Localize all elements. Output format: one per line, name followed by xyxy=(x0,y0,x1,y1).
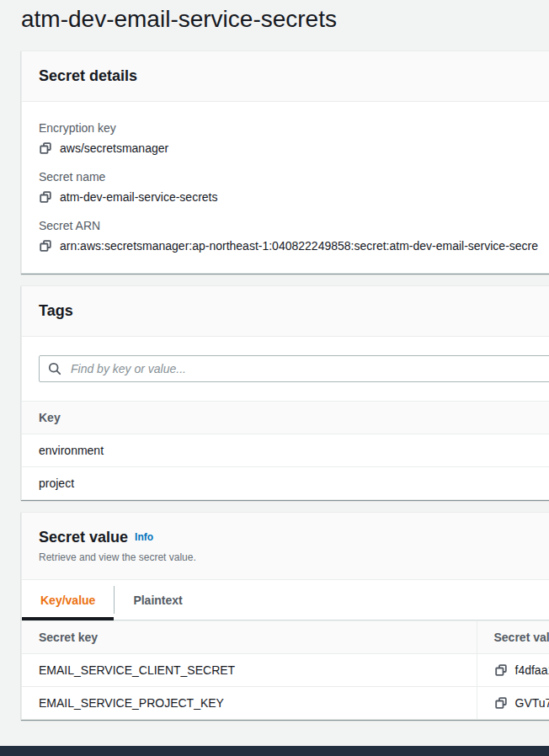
tags-key-column-header: Key xyxy=(22,401,549,434)
copy-icon[interactable] xyxy=(39,190,52,204)
tag-key-cell: project xyxy=(22,466,549,499)
tags-table: Key environment project xyxy=(22,401,549,499)
secret-arn-value: arn:aws:secretsmanager:ap-northeast-1:04… xyxy=(60,239,538,253)
encryption-key-value: aws/secretsmanager xyxy=(60,141,168,155)
tags-card: Tags Key environment project xyxy=(21,285,549,500)
secret-arn-field: Secret ARN arn:aws:secretsmanager:ap-nor… xyxy=(39,218,549,253)
tags-search-area xyxy=(22,337,549,401)
secret-value-header: Secret valueInfo Retrieve and view the s… xyxy=(22,513,549,580)
console-footer-bar xyxy=(0,746,549,756)
secret-key-column-header: Secret key xyxy=(22,620,477,653)
tags-search-box[interactable] xyxy=(39,355,549,382)
secret-value-description: Retrieve and view the secret value. xyxy=(39,551,549,563)
copy-icon[interactable] xyxy=(494,663,508,677)
tags-title: Tags xyxy=(39,302,73,319)
table-row: EMAIL_SERVICE_PROJECT_KEY GVTu7f xyxy=(22,686,549,719)
table-row: EMAIL_SERVICE_CLIENT_SECRET f4dfaa1 xyxy=(22,653,549,686)
table-row: project xyxy=(22,466,549,499)
secret-value-tabs: Key/value Plaintext xyxy=(22,580,549,620)
secret-details-body: Encryption key aws/secretsmanager Secret… xyxy=(22,102,549,273)
copy-icon[interactable] xyxy=(39,141,52,155)
copy-icon[interactable] xyxy=(494,696,508,710)
secret-details-card: Secret details Encryption key aws/secret… xyxy=(21,51,549,274)
tags-search-input[interactable] xyxy=(69,361,549,376)
secrets-manager-detail-page: atm-dev-email-service-secrets Secret det… xyxy=(0,0,549,720)
secret-value-cell: GVTu7f xyxy=(515,696,549,710)
secret-arn-label: Secret ARN xyxy=(39,218,549,233)
secret-key-cell: EMAIL_SERVICE_PROJECT_KEY xyxy=(22,686,477,719)
secret-name-field: Secret name atm-dev-email-service-secret… xyxy=(39,169,549,204)
secret-key-cell: EMAIL_SERVICE_CLIENT_SECRET xyxy=(22,653,477,686)
info-link[interactable]: Info xyxy=(135,531,153,543)
tab-plaintext[interactable]: Plaintext xyxy=(115,580,200,620)
secret-name-value: atm-dev-email-service-secrets xyxy=(60,190,217,204)
secret-details-title: Secret details xyxy=(39,67,137,84)
search-icon xyxy=(48,362,61,375)
tab-key-value[interactable]: Key/value xyxy=(22,580,114,620)
secret-value-column-header: Secret value xyxy=(477,620,549,653)
copy-icon[interactable] xyxy=(39,239,52,253)
secret-value-cell: f4dfaa1 xyxy=(515,663,549,677)
secret-value-title: Secret value xyxy=(39,529,128,546)
secret-name-label: Secret name xyxy=(39,169,549,184)
encryption-key-label: Encryption key xyxy=(39,120,549,136)
secret-value-table-header-row: Secret key Secret value xyxy=(22,620,549,653)
tags-table-header-row: Key xyxy=(22,401,549,434)
secret-value-card: Secret valueInfo Retrieve and view the s… xyxy=(21,512,549,720)
secret-value-table: Secret key Secret value EMAIL_SERVICE_CL… xyxy=(22,620,549,719)
page-title: atm-dev-email-service-secrets xyxy=(21,5,549,34)
table-row: environment xyxy=(22,434,549,466)
tags-header: Tags xyxy=(22,286,549,337)
tag-key-cell: environment xyxy=(22,434,549,466)
encryption-key-field: Encryption key aws/secretsmanager xyxy=(39,120,549,155)
secret-details-header: Secret details xyxy=(22,51,549,102)
